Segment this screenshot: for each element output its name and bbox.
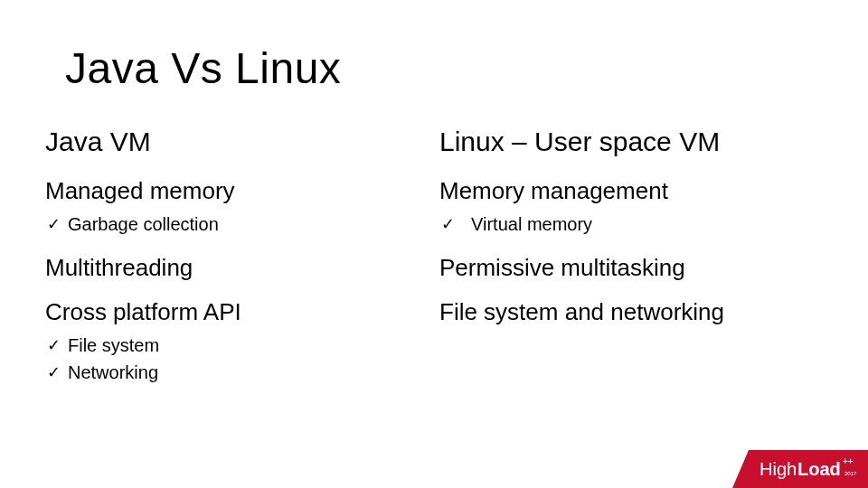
svg-text:++: ++ [843, 456, 854, 466]
column-heading-linux: Linux – User space VM [439, 127, 823, 157]
topic: Memory management [439, 177, 823, 205]
topic: File system and networking [439, 298, 823, 326]
sub-label: Virtual memory [471, 211, 592, 238]
sub-label: File system [68, 332, 159, 359]
check-icon: ✓ [47, 212, 61, 237]
sub-label: Networking [68, 359, 158, 386]
logo-text-bold: Load [797, 459, 841, 479]
logo-text-thin: High [760, 459, 797, 479]
topic: Managed memory [45, 177, 429, 205]
sub-item: ✓ File system [47, 332, 429, 359]
highload-logo: High Load ++ 2017 [732, 450, 868, 488]
check-icon: ✓ [441, 212, 455, 237]
column-heading-java: Java VM [45, 127, 429, 157]
columns: Java VM Managed memory ✓ Garbage collect… [45, 127, 823, 386]
slide: Java Vs Linux Java VM Managed memory ✓ G… [0, 0, 868, 488]
slide-title: Java Vs Linux [65, 43, 341, 93]
logo-year: 2017 [844, 471, 857, 476]
sub-item: ✓ Garbage collection [47, 211, 429, 238]
column-java: Java VM Managed memory ✓ Garbage collect… [45, 127, 429, 386]
topic: Cross platform API [45, 298, 429, 326]
topic: Multithreading [45, 254, 429, 282]
topic: Permissive multitasking [439, 254, 823, 282]
sub-item: ✓ Virtual memory [441, 211, 823, 238]
check-icon: ✓ [47, 333, 61, 358]
sub-item: ✓ Networking [47, 359, 429, 386]
check-icon: ✓ [47, 361, 61, 385]
sub-label: Garbage collection [68, 211, 219, 238]
column-linux: Linux – User space VM Memory management … [439, 127, 823, 386]
